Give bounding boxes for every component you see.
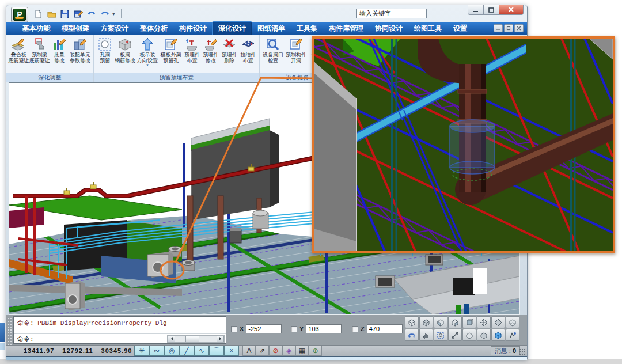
command-hscrollbar[interactable]	[167, 335, 225, 343]
tab-drawing-list[interactable]: 图纸清单	[252, 22, 291, 36]
doc-close-button[interactable]	[514, 24, 524, 32]
walkthrough-button[interactable]	[506, 329, 519, 341]
embed-part-delete-button[interactable]: 预埋件 删除	[220, 36, 238, 63]
new-file-button[interactable]	[33, 9, 44, 19]
tab-toolset[interactable]: 工具集	[291, 22, 323, 36]
back-view-button[interactable]	[506, 316, 519, 328]
pan-button[interactable]	[419, 329, 433, 341]
prev-view-button[interactable]	[462, 329, 476, 341]
undo-button[interactable]	[86, 9, 97, 19]
command-input[interactable]	[34, 335, 167, 343]
close-button[interactable]	[499, 5, 524, 15]
tab-deepening-design[interactable]: 深化设计	[213, 22, 252, 36]
save-button[interactable]	[59, 9, 70, 19]
scroll-left-arrow-icon[interactable]	[168, 336, 175, 342]
tie-part-place-button[interactable]: 拉结件 布置	[239, 36, 257, 63]
iso-ne-view-button[interactable]	[477, 316, 491, 328]
front-view-button[interactable]	[462, 316, 476, 328]
osnap-center-toggle[interactable]: ◎	[164, 346, 179, 356]
cursor-coordinates: 13411.9712792.1130345.90	[24, 347, 140, 354]
x-lock-checkbox[interactable]	[231, 326, 237, 332]
zoom-extents-button[interactable]	[448, 329, 462, 341]
grid-toggle[interactable]: ▦	[295, 346, 309, 356]
app-menu-button[interactable]: P	[11, 7, 28, 22]
qat-customize-caret-icon[interactable]: ▾	[112, 11, 115, 17]
scroll-right-arrow-icon[interactable]	[217, 336, 224, 342]
redo-button[interactable]	[99, 9, 110, 19]
y-lock-checkbox[interactable]	[291, 326, 297, 332]
z-value-input[interactable]	[367, 324, 403, 333]
angle-toggle[interactable]: Λ	[242, 346, 256, 356]
composite-slab-rebar-avoid-button[interactable]: 叠合板 底筋避让	[8, 36, 29, 63]
orbit-button[interactable]	[405, 329, 419, 341]
hole-reserve-button[interactable]: 孔洞 预留	[96, 36, 114, 63]
tab-model-creation[interactable]: 模型创建	[56, 22, 95, 36]
cube-icon	[480, 331, 488, 339]
next-view-button[interactable]	[477, 329, 491, 341]
minimize-button[interactable]	[468, 5, 484, 15]
coord-x: 13411.97	[24, 347, 54, 354]
scrollbar-thumb[interactable]	[185, 336, 199, 342]
pbbim-logo-icon: P	[13, 9, 26, 21]
snap-toggle[interactable]: ✳	[134, 346, 149, 356]
message-counter[interactable]: 消息 : 0	[491, 346, 520, 355]
equipment-opening-check-button[interactable]: 设备洞口 检查	[261, 36, 285, 63]
wave-toggle[interactable]: ∿	[194, 346, 209, 356]
precast-beam-rebar-avoid-button[interactable]: 预制梁 底筋避让	[29, 36, 50, 63]
precast-component-opening-button[interactable]: 预制构件 开洞	[285, 36, 308, 63]
slab-hole-rebar-button[interactable]: 板洞 钢筋修改	[114, 36, 135, 63]
tab-scheme-design[interactable]: 方案设计	[95, 22, 134, 36]
slab-hoist-direction-button[interactable]: 板吊装 方向设置 ▾	[136, 36, 160, 67]
doc-restore-button[interactable]	[504, 24, 513, 32]
assembly-unit-params-button[interactable]: 装配单元 参数修改	[69, 36, 92, 63]
resize-grip[interactable]	[519, 348, 526, 355]
zoom-window-button[interactable]	[434, 329, 447, 341]
z-lock-checkbox[interactable]	[352, 326, 358, 332]
top-view-button[interactable]	[405, 316, 419, 328]
iso-sw-view-button[interactable]	[491, 316, 505, 328]
bottom-view-button[interactable]	[419, 316, 433, 328]
open-file-button[interactable]	[46, 9, 57, 19]
y-value-input[interactable]	[306, 324, 342, 333]
tab-component-library[interactable]: 构件库管理	[323, 22, 369, 36]
line-toggle[interactable]: ╱	[179, 346, 194, 356]
x-value-input[interactable]	[246, 324, 282, 333]
polyline-toggle[interactable]: ∾	[149, 346, 164, 356]
crosshair-toggle[interactable]: ⊕	[309, 346, 322, 356]
disable-toggle[interactable]: ⊘	[269, 346, 282, 356]
hole-reserve-icon	[97, 37, 112, 52]
cube-icon	[451, 318, 459, 327]
tab-overall-analysis[interactable]: 整体分析	[134, 22, 173, 36]
button-label: 预制梁	[32, 52, 47, 58]
undo-icon	[87, 10, 96, 18]
button-label: 预埋件	[184, 52, 200, 58]
maximize-icon	[488, 7, 494, 13]
command-window[interactable]: 命令: PBBim_DisplayPrecisionProperty_Dlg 命…	[13, 316, 226, 344]
left-view-button[interactable]	[434, 316, 447, 328]
ucs-toggle[interactable]: ◈	[282, 346, 295, 356]
shaded-view-button[interactable]	[491, 329, 505, 341]
maximize-button[interactable]	[484, 5, 499, 15]
formwork-reserve-hole-button[interactable]: 模板外架 预留孔	[159, 36, 183, 63]
save-as-button[interactable]	[73, 9, 84, 19]
arc-toggle[interactable]: ⌒	[209, 346, 224, 356]
embed-part-place-button[interactable]: 预埋件 布置	[183, 36, 201, 63]
tab-settings[interactable]: 设置	[447, 22, 473, 36]
tab-component-design[interactable]: 构件设计	[173, 22, 213, 36]
orbit-icon	[408, 331, 416, 339]
camera-toggle[interactable]: ⇗	[256, 346, 269, 356]
embed-part-modify-button[interactable]: 预埋件 修改	[202, 36, 220, 63]
ribbon-group-label: 深化调整	[6, 73, 93, 82]
tab-basic-functions[interactable]: 基本功能	[17, 22, 56, 36]
right-view-button[interactable]	[448, 316, 462, 328]
embed-modify-icon	[203, 37, 218, 52]
tab-drawing-tools[interactable]: 绘图工具	[408, 22, 447, 36]
open-file-icon	[47, 10, 56, 18]
search-input[interactable]	[356, 9, 427, 18]
doc-minimize-button[interactable]	[494, 24, 503, 32]
trim-toggle[interactable]: ×	[224, 346, 239, 356]
status-bar: 13411.9712792.1130345.90 ✳ ∾ ◎ ╱ ∿ ⌒ × Λ…	[6, 345, 527, 356]
quick-access-toolbar: ▾	[33, 9, 122, 19]
batch-modify-button[interactable]: 批量 修改	[50, 36, 69, 63]
tab-collaborative-design[interactable]: 协同设计	[369, 22, 408, 36]
